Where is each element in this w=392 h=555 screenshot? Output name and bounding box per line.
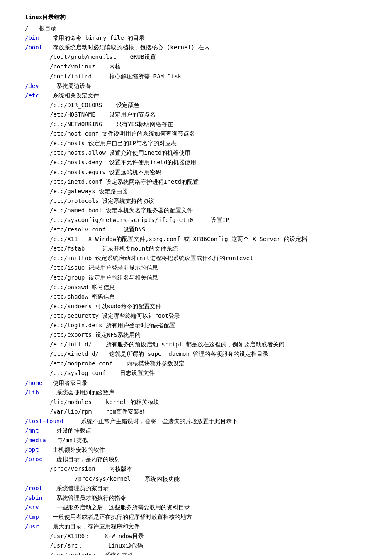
content-line: /etc/inittab 设定系统启动时init进程将把系统设置成什么样的run… [25, 253, 371, 263]
content-line: / 根目录 [25, 24, 371, 33]
content-line: /etc/syslog.conf 日志设置文件 [25, 368, 371, 378]
content-line: /root 系统管理员的家目录 [25, 484, 371, 493]
content-line: /etc/login.defs 所有用户登录时的缺省配置 [25, 321, 371, 330]
content-line: /bin 常用的命令 binary file 的目录 [25, 33, 371, 43]
description-text: 常用的命令 binary file 的目录 [39, 34, 145, 41]
content-line: /etc/modprobe.conf 内核模块额外参数设定 [25, 359, 371, 368]
description-text: 虚拟目录，是内存的映射 [42, 456, 120, 462]
path-text: /lost+found [25, 418, 63, 424]
content-line: /lost+found 系统不正常产生错误时，会将一些遗失的片段放置于此目录下 [25, 416, 371, 426]
content-line: /var/lib/rpm rpm套件安装处 [25, 407, 371, 416]
content-line: /tmp 一般使用者或者是正在执行的程序暂时放置档核的地方 [25, 512, 371, 522]
content-line: /mnt 外设的挂载点 [25, 426, 371, 436]
content-line: /opt 主机额外安装的软件 [25, 445, 371, 455]
content-line: /etc/sysconfig/network-scripts/ifcfg-eth… [25, 215, 371, 225]
description-text: 使用者家目录 [42, 380, 88, 386]
content-line: /lib/modules kernel 的相关模块 [25, 397, 371, 407]
path-text: /boot [25, 44, 42, 51]
path-text: /mnt [25, 427, 39, 434]
content-line: /etc/exports 设定NFS系统用的 [25, 330, 371, 340]
content-line: /srv 一些服务启动之后，这些服务所需要取用的资料目录 [25, 503, 371, 512]
content-line: /lib 系统会使用到的函数库 [25, 388, 371, 397]
path-text: /home [25, 380, 42, 386]
path-text: /tmp [25, 514, 39, 520]
description-text: 存放系统启动时必须读取的档核，包括核心 (kernel) 在内 [42, 44, 210, 51]
content-line: /home 使用者家目录 [25, 378, 371, 388]
content-line: /boot/grub/menu.lst GRUB设置 [25, 52, 371, 62]
content-line: /etc/gateways 设定路由器 [25, 187, 371, 196]
path-text: /usr [25, 523, 39, 530]
path-text: /etc [25, 92, 39, 99]
description-text: 系统管理员才能执行的指令 [42, 494, 126, 501]
description-text: 一些服务启动之后，这些服务所需要取用的资料目录 [39, 504, 190, 511]
description-text: 一般使用者或者是正在执行的程序暂时放置档核的地方 [39, 514, 192, 520]
description-text: 外设的挂载点 [39, 427, 91, 434]
description-text: 系统周边设备 [39, 83, 91, 89]
content-line: /etc/resolv.conf 设置DNS [25, 225, 371, 234]
content-line: /etc/securetty 设定哪些终端可以让root登录 [25, 311, 371, 321]
content-line: /etc/protocols 设定系统支持的协议 [25, 196, 371, 206]
content-line: /etc/init.d/ 所有服务的预设启动 script 都是放在这裡的，例如… [25, 340, 371, 349]
content-line: /etc/shadow 密码信息 [25, 292, 371, 302]
content-line: /etc/group 设定用户的组名与相关信息 [25, 273, 371, 282]
content-line: /etc/host.conf 文件说明用户的系统如何查询节点名 [25, 129, 371, 139]
content-line: /etc/issue 记录用户登录前显示的信息 [25, 263, 371, 273]
page-title: linux目录结构 [25, 12, 371, 22]
content-line: /etc/HOSTNAME 设定用户的节点名 [25, 110, 371, 119]
description-text: 系统会使用到的函数库 [39, 389, 114, 396]
content-line: /etc/inetd.conf 设定系统网络守护进程Inetd的配置 [25, 177, 371, 187]
description-text: 系统相关设定文件 [39, 92, 100, 99]
path-text: /lib [25, 389, 39, 396]
content-line: /etc/hosts 设定用户自己的IP与名字的对应表 [25, 139, 371, 148]
path-text: /sbin [25, 494, 42, 501]
page-container: linux目录结构/ 根目录/bin 常用的命令 binary file 的目录… [0, 0, 392, 555]
content-line: /proc/sys/kernel 系统内核功能 [25, 474, 371, 484]
content-line: /boot 存放系统启动时必须读取的档核，包括核心 (kernel) 在内 [25, 43, 371, 52]
content-line: /etc/hosts.allow 设置允许使用inetd的机器使用 [25, 148, 371, 158]
content-line: /etc/X11 X Window的配置文件,xorg.conf 或 XF86C… [25, 234, 371, 244]
path-text: /media [25, 437, 46, 443]
path-text: /proc [25, 456, 42, 462]
content-line: /etc/hosts.deny 设置不允许使用inetd的机器使用 [25, 158, 371, 167]
content-line: /usr/include： 系统头文件 [25, 550, 371, 555]
content-line: /media 与/mnt类似 [25, 436, 371, 445]
content-line: /etc 系统相关设定文件 [25, 91, 371, 100]
description-text: 系统不正常产生错误时，会将一些遗失的片段放置于此目录下 [63, 418, 238, 424]
description-text: 主机额外安装的软件 [39, 446, 105, 453]
description-text: 与/mnt类似 [46, 437, 88, 443]
content-line: /usr 最大的目录，存许应用程序和文件 [25, 522, 371, 531]
content-line: /proc 虚拟目录，是内存的映射 [25, 455, 371, 464]
content-line: /etc/xinetd.d/ 这就是所谓的 super daemon 管理的各项… [25, 349, 371, 359]
content-line: /etc/named.boot 设定本机为名字服务器的配置文件 [25, 206, 371, 215]
content-line: /etc/DIR_COLORS 设定颜色 [25, 100, 371, 110]
content-line: /etc/NETWORKING 只有YES标明网络存在 [25, 119, 371, 129]
content-line: /etc/passwd 帐号信息 [25, 282, 371, 292]
content-line: /usr/src： Linux源代码 [25, 541, 371, 550]
path-text: /bin [25, 34, 39, 41]
content-line: /usr/X11R6： X-Window目录 [25, 531, 371, 541]
content-line: /etc/sudoers 可以sudo命令的配置文件 [25, 302, 371, 311]
content-line: /boot/vmlinuz 内核 [25, 62, 371, 71]
content-line: /sbin 系统管理员才能执行的指令 [25, 493, 371, 503]
path-text: /srv [25, 504, 39, 511]
description-text: 最大的目录，存许应用程序和文件 [39, 523, 140, 530]
path-text: /opt [25, 446, 39, 453]
content-line: /boot/initrd 核心解压缩所需 RAM Disk [25, 72, 371, 81]
path-text: /root [25, 485, 42, 492]
path-text: /dev [25, 83, 39, 89]
content-line: /dev 系统周边设备 [25, 81, 371, 91]
content-line: /etc/hosts.equiv 设置远端机不用密码 [25, 168, 371, 177]
content-area: linux目录结构/ 根目录/bin 常用的命令 binary file 的目录… [25, 12, 371, 555]
content-line: /proc/version 内核版本 [25, 464, 371, 474]
content-line: /etc/fstab 记录开机要mount的文件系统 [25, 244, 371, 253]
description-text: 系统管理员的家目录 [42, 485, 109, 492]
